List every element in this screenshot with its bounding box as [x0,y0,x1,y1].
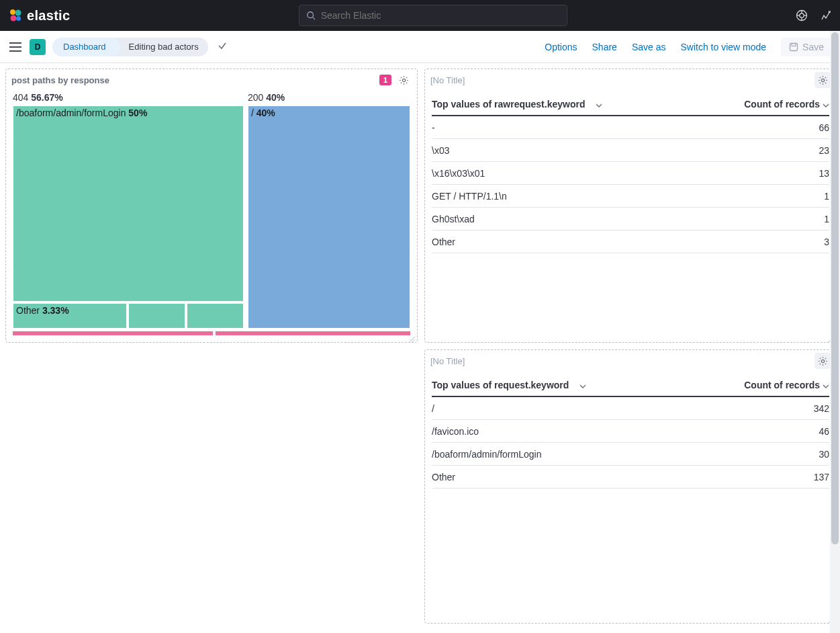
treemap-cell-root[interactable]: / 40% [248,106,410,329]
save-button: Save [781,38,832,56]
cell-term: Other [432,237,455,247]
cell-count: 1 [824,214,829,224]
table-header-row: Top values of rawrequest.keyword Count o… [432,95,829,116]
treemap-group-200: 200 40% / 40% [248,91,410,329]
quick-save-icon[interactable] [218,41,227,52]
data-table: Top values of rawrequest.keyword Count o… [425,91,836,342]
help-icon[interactable] [796,9,808,22]
cell-term: - [432,122,435,133]
cell-count: 23 [819,145,829,156]
treemap-cell-small-1[interactable] [128,303,185,329]
share-button[interactable]: Share [592,42,617,52]
save-as-button[interactable]: Save as [632,42,666,52]
table-header-row: Top values of request.keyword Count of r… [432,376,829,397]
brand-text: elastic [27,8,70,24]
elastic-logo[interactable]: elastic [8,8,70,24]
svg-point-21 [821,79,824,81]
column-header-count[interactable]: Count of records [744,99,829,110]
svg-point-0 [10,9,15,15]
options-button[interactable]: Options [545,42,577,52]
table-row[interactable]: /favicon.ico46 [432,420,829,443]
treemap-other-bar [13,331,410,335]
svg-rect-18 [790,43,798,50]
column-header-count[interactable]: Count of records [744,380,829,390]
breadcrumb-dashboard[interactable]: Dashboard [52,38,115,56]
switch-view-button[interactable]: Switch to view mode [680,42,766,52]
cell-term: GET / HTTP/1.1\n [432,191,507,202]
group-label-404: 404 56.67% [13,91,244,106]
treemap-cell-boaform[interactable]: /boaform/admin/formLogin 50% [13,106,244,302]
column-header-count-label: Count of records [744,380,820,390]
cell-count: 342 [814,403,829,414]
cell-count: 1 [824,191,829,202]
chevron-down-icon [823,380,829,390]
panel-gear-icon[interactable] [395,72,412,88]
breadcrumb-current: Editing bad actors [115,38,208,56]
chevron-down-icon [579,380,586,390]
column-header-term-label: Top values of request.keyword [432,380,569,390]
table-row[interactable]: Gh0st\xad1 [432,208,829,230]
treemap-cell-other[interactable]: Other 3.33% [13,303,127,329]
search-icon [306,11,316,20]
panel-gear-icon[interactable] [814,72,831,88]
panel-title: post paths by response [11,75,109,85]
table-row[interactable]: Other3 [432,230,829,253]
table-row[interactable]: /342 [432,397,829,420]
global-search[interactable] [299,5,567,26]
chevron-down-icon [823,99,829,110]
cell-count: 66 [819,122,829,133]
chevron-down-icon [596,99,602,110]
cell-count: 137 [814,472,829,482]
panel-gear-icon[interactable] [814,353,831,369]
column-header-term[interactable]: Top values of request.keyword [432,380,586,390]
space-avatar[interactable]: D [30,39,46,55]
cell-count: 3 [824,237,829,247]
svg-line-5 [312,17,315,20]
cell-term: \x16\x03\x01 [432,168,485,179]
scrollbar[interactable] [830,31,840,633]
svg-point-4 [307,12,313,18]
table-row[interactable]: -66 [432,116,829,139]
space-avatar-letter: D [35,42,41,52]
panel-request[interactable]: [No Title] Top values of request.keyword… [424,349,837,624]
panel-title: [No Title] [430,356,465,366]
svg-point-1 [15,10,21,16]
resize-handle-icon[interactable] [409,334,416,341]
column-header-term[interactable]: Top values of rawrequest.keyword [432,99,602,110]
cell-count: 46 [819,426,829,437]
filter-badge-count: 1 [383,76,387,84]
panel-rawrequest[interactable]: [No Title] Top values of rawrequest.keyw… [424,69,837,343]
group-label-200: 200 40% [248,91,410,106]
panel-title: [No Title] [430,75,465,85]
filter-badge[interactable]: 1 [379,75,391,85]
svg-point-3 [16,16,21,21]
column-header-term-label: Top values of rawrequest.keyword [432,99,585,110]
svg-point-20 [402,79,405,81]
elastic-logo-icon [8,8,23,23]
svg-point-22 [821,360,824,362]
table-row[interactable]: GET / HTTP/1.1\n1 [432,185,829,208]
cell-term: \x03 [432,145,449,156]
save-button-label: Save [802,42,824,52]
table-row[interactable]: Other137 [432,466,829,489]
cell-term: Other [432,472,455,482]
nav-toggle-icon[interactable] [8,40,23,54]
panel-header: post paths by response 1 [6,69,417,91]
svg-point-2 [11,15,17,22]
breadcrumb: Dashboard Editing bad actors [52,38,208,56]
global-header: elastic [0,0,840,31]
newsfeed-icon[interactable] [820,9,832,22]
scrollbar-thumb[interactable] [831,32,839,544]
panel-post-paths[interactable]: post paths by response 1 404 56.67% /boa… [5,69,418,343]
table-row[interactable]: \x16\x03\x0113 [432,162,829,185]
cell-term: /favicon.ico [432,426,479,437]
treemap-cell-small-2[interactable] [187,303,244,329]
breadcrumb-dashboard-label: Dashboard [63,42,106,52]
column-header-count-label: Count of records [744,99,820,110]
search-input[interactable] [321,10,560,21]
table-row[interactable]: \x0323 [432,139,829,162]
cell-term: /boaform/admin/formLogin [432,449,541,460]
cell-count: 30 [819,449,829,460]
table-row[interactable]: /boaform/admin/formLogin30 [432,443,829,466]
cell-term: / [432,403,434,414]
